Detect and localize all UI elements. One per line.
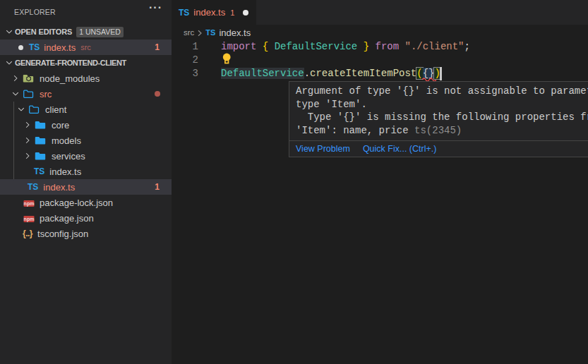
svg-text:npm: npm (24, 217, 35, 222)
svg-text:npm: npm (24, 201, 35, 207)
